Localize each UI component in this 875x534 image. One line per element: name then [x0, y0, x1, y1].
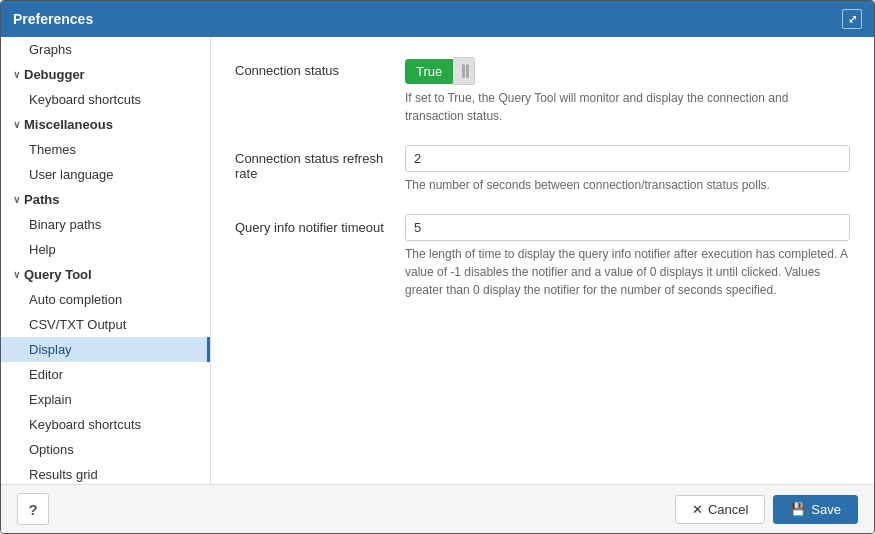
sidebar-item-editor[interactable]: Editor: [1, 362, 210, 387]
chevron-icon: ∨: [13, 194, 20, 205]
query-info-row: Query info notifier timeout The length o…: [235, 214, 850, 299]
sidebar-debugger-label: Debugger: [24, 67, 85, 82]
sidebar: Graphs ∨ Debugger Keyboard shortcuts ∨ M…: [1, 37, 211, 484]
sidebar-binary-paths-label: Binary paths: [29, 217, 101, 232]
chevron-icon: ∨: [13, 69, 20, 80]
sidebar-user-language-label: User language: [29, 167, 114, 182]
sidebar-display-label: Display: [29, 342, 72, 357]
connection-status-label: Connection status: [235, 57, 385, 78]
cancel-button[interactable]: ✕ Cancel: [675, 495, 765, 524]
connection-status-toggle[interactable]: True: [405, 57, 850, 85]
footer: ? ✕ Cancel 💾 Save: [1, 484, 874, 533]
sidebar-item-results-grid[interactable]: Results grid: [1, 462, 210, 484]
main-panel: Connection status True If set to True, t…: [211, 37, 874, 484]
footer-actions: ✕ Cancel 💾 Save: [675, 495, 858, 524]
query-info-label: Query info notifier timeout: [235, 214, 385, 235]
sidebar-item-themes[interactable]: Themes: [1, 137, 210, 162]
refresh-rate-content: The number of seconds between connection…: [405, 145, 850, 194]
sidebar-item-auto-completion[interactable]: Auto completion: [1, 287, 210, 312]
content-area: Graphs ∨ Debugger Keyboard shortcuts ∨ M…: [1, 37, 874, 484]
sidebar-paths-label: Paths: [24, 192, 59, 207]
refresh-rate-label: Connection status refresh rate: [235, 145, 385, 181]
sidebar-item-paths[interactable]: ∨ Paths: [1, 187, 210, 212]
query-info-input[interactable]: [405, 214, 850, 241]
sidebar-misc-label: Miscellaneous: [24, 117, 113, 132]
chevron-icon: ∨: [13, 119, 20, 130]
sidebar-results-grid-label: Results grid: [29, 467, 98, 482]
sidebar-kbd-debugger-label: Keyboard shortcuts: [29, 92, 141, 107]
sidebar-item-keyboard-shortcuts-qt[interactable]: Keyboard shortcuts: [1, 412, 210, 437]
sidebar-item-options[interactable]: Options: [1, 437, 210, 462]
sidebar-csv-label: CSV/TXT Output: [29, 317, 126, 332]
sidebar-help-label: Help: [29, 242, 56, 257]
sidebar-explain-label: Explain: [29, 392, 72, 407]
connection-status-row: Connection status True If set to True, t…: [235, 57, 850, 125]
sidebar-item-display[interactable]: Display: [1, 337, 210, 362]
toggle-true-label[interactable]: True: [405, 59, 453, 84]
connection-status-description: If set to True, the Query Tool will moni…: [405, 89, 850, 125]
sidebar-graphs-label: Graphs: [29, 42, 72, 57]
sidebar-options-label: Options: [29, 442, 74, 457]
refresh-rate-row: Connection status refresh rate The numbe…: [235, 145, 850, 194]
sidebar-auto-completion-label: Auto completion: [29, 292, 122, 307]
preferences-dialog: Preferences ⤢ Graphs ∨ Debugger Keyboard…: [0, 0, 875, 534]
sidebar-item-csv-txt[interactable]: CSV/TXT Output: [1, 312, 210, 337]
sidebar-item-query-tool[interactable]: ∨ Query Tool: [1, 262, 210, 287]
sidebar-item-user-language[interactable]: User language: [1, 162, 210, 187]
query-info-content: The length of time to display the query …: [405, 214, 850, 299]
refresh-rate-description: The number of seconds between connection…: [405, 176, 850, 194]
help-button[interactable]: ?: [17, 493, 49, 525]
sidebar-item-binary-paths[interactable]: Binary paths: [1, 212, 210, 237]
sidebar-item-debugger[interactable]: ∨ Debugger: [1, 62, 210, 87]
sidebar-themes-label: Themes: [29, 142, 76, 157]
sidebar-item-help[interactable]: Help: [1, 237, 210, 262]
cancel-label: Cancel: [708, 502, 748, 517]
save-label: Save: [811, 502, 841, 517]
titlebar: Preferences ⤢: [1, 1, 874, 37]
chevron-icon: ∨: [13, 269, 20, 280]
sidebar-item-miscellaneous[interactable]: ∨ Miscellaneous: [1, 112, 210, 137]
toggle-handle[interactable]: [453, 57, 475, 85]
sidebar-kbd-qt-label: Keyboard shortcuts: [29, 417, 141, 432]
save-button[interactable]: 💾 Save: [773, 495, 858, 524]
query-info-description: The length of time to display the query …: [405, 245, 850, 299]
expand-button[interactable]: ⤢: [842, 9, 862, 29]
refresh-rate-input[interactable]: [405, 145, 850, 172]
cancel-icon: ✕: [692, 502, 703, 517]
sidebar-editor-label: Editor: [29, 367, 63, 382]
sidebar-item-explain[interactable]: Explain: [1, 387, 210, 412]
sidebar-item-keyboard-shortcuts-debugger[interactable]: Keyboard shortcuts: [1, 87, 210, 112]
sidebar-item-graphs[interactable]: Graphs: [1, 37, 210, 62]
save-icon: 💾: [790, 502, 806, 517]
dialog-title: Preferences: [13, 11, 93, 27]
sidebar-qt-label: Query Tool: [24, 267, 92, 282]
connection-status-content: True If set to True, the Query Tool will…: [405, 57, 850, 125]
expand-icon: ⤢: [848, 13, 857, 26]
